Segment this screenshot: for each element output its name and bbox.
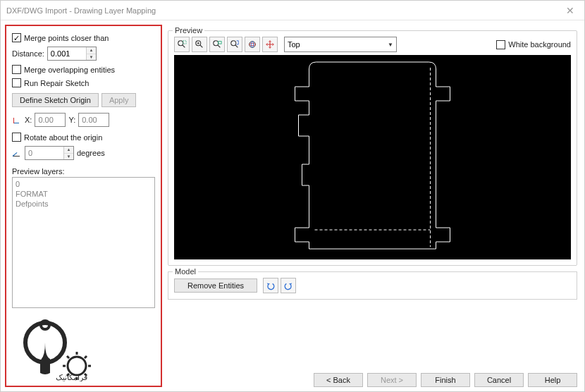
- angle-spinner[interactable]: ▲▼: [63, 147, 73, 159]
- help-button[interactable]: Help: [528, 373, 577, 387]
- options-panel: Merge points closer than Distance: ▲▼ Me…: [5, 25, 162, 387]
- svg-point-12: [178, 41, 183, 46]
- svg-line-20: [218, 45, 221, 48]
- x-label: X:: [25, 116, 32, 124]
- svg-point-24: [250, 42, 256, 48]
- svg-line-16: [200, 45, 203, 48]
- pan-icon[interactable]: [262, 37, 278, 52]
- y-input[interactable]: [78, 113, 109, 127]
- svg-line-10: [85, 356, 87, 358]
- white-background-label: White background: [508, 40, 571, 49]
- layer-item[interactable]: Defpoints: [16, 199, 152, 209]
- cancel-button[interactable]: Cancel: [474, 373, 524, 387]
- preview-toolbar: Top ▼ White background: [174, 37, 571, 52]
- define-sketch-origin-button[interactable]: Define Sketch Origin: [12, 93, 99, 107]
- titlebar: DXF/DWG Import - Drawing Layer Mapping ✕: [1, 1, 584, 20]
- angle-input[interactable]: ▲▼: [25, 146, 74, 160]
- zoom-out-icon[interactable]: [209, 37, 225, 52]
- run-repair-label: Run Repair Sketch: [24, 79, 89, 87]
- angle-field[interactable]: [25, 147, 63, 159]
- svg-rect-21: [218, 42, 221, 44]
- svg-point-19: [214, 41, 218, 46]
- svg-line-7: [67, 356, 69, 358]
- redo-icon[interactable]: [281, 278, 296, 293]
- white-background-checkbox[interactable]: [496, 40, 505, 49]
- close-icon[interactable]: ✕: [562, 5, 579, 16]
- remove-entities-button[interactable]: Remove Entities: [174, 278, 257, 293]
- view-dropdown[interactable]: Top ▼: [284, 37, 397, 52]
- rotate-origin-label: Rotate about the origin: [24, 133, 102, 142]
- undo-icon[interactable]: [263, 278, 278, 293]
- zoom-fit-icon[interactable]: [227, 37, 242, 52]
- axes-icon: [12, 115, 22, 125]
- distance-input[interactable]: ▲▼: [47, 47, 97, 61]
- y-label: Y:: [68, 116, 75, 124]
- x-input[interactable]: [35, 113, 66, 127]
- svg-line-13: [183, 45, 185, 48]
- merge-points-label: Merge points closer than: [24, 34, 109, 42]
- layer-item[interactable]: 0: [16, 179, 152, 189]
- next-button[interactable]: Next >: [367, 373, 417, 387]
- svg-line-23: [235, 45, 238, 48]
- model-legend: Model: [173, 267, 198, 276]
- model-group: Model Remove Entities: [168, 271, 577, 300]
- window-title: DXF/DWG Import - Drawing Layer Mapping: [6, 6, 156, 15]
- distance-spinner[interactable]: ▲▼: [86, 47, 96, 60]
- rotate-origin-checkbox[interactable]: [12, 133, 21, 142]
- preview-legend: Preview: [173, 26, 204, 35]
- watermark-logo: فرامکانیک: [6, 318, 105, 381]
- merge-overlapping-label: Merge overlapping entities: [24, 66, 115, 74]
- rotate-3d-icon[interactable]: [245, 37, 260, 52]
- zoom-in-icon[interactable]: [192, 37, 207, 52]
- svg-point-26: [251, 42, 254, 48]
- angle-icon: [12, 148, 22, 158]
- preview-layers-list[interactable]: 0 FORMAT Defpoints: [12, 177, 155, 308]
- chevron-down-icon: ▼: [388, 42, 393, 48]
- dialog-window: DXF/DWG Import - Drawing Layer Mapping ✕…: [0, 0, 585, 392]
- preview-canvas[interactable]: [174, 55, 571, 259]
- zoom-box-icon[interactable]: [174, 37, 190, 52]
- svg-text:فرامکانیک: فرامکانیک: [56, 373, 87, 381]
- preview-layers-label: Preview layers:: [12, 167, 155, 176]
- finish-button[interactable]: Finish: [421, 373, 470, 387]
- distance-label: Distance:: [12, 49, 44, 58]
- apply-button[interactable]: Apply: [101, 93, 137, 107]
- merge-overlapping-checkbox[interactable]: [12, 65, 21, 74]
- layer-item[interactable]: FORMAT: [16, 189, 152, 199]
- merge-points-checkbox[interactable]: [12, 33, 21, 42]
- view-dropdown-value: Top: [288, 40, 300, 49]
- back-button[interactable]: < Back: [314, 373, 363, 387]
- svg-point-22: [231, 41, 236, 46]
- distance-field[interactable]: [48, 47, 86, 60]
- dialog-footer: < Back Next > Finish Cancel Help: [168, 365, 577, 387]
- preview-group: Preview: [168, 30, 577, 266]
- svg-rect-14: [183, 41, 186, 44]
- svg-point-25: [250, 43, 256, 46]
- right-pane: Preview: [162, 20, 584, 391]
- degrees-label: degrees: [77, 149, 105, 157]
- run-repair-checkbox[interactable]: [12, 78, 21, 87]
